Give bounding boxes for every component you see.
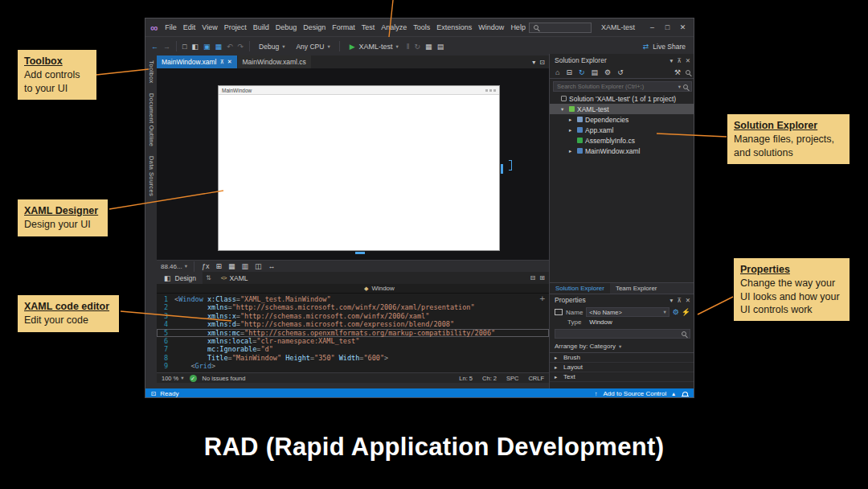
notifications-bell-icon[interactable]: [682, 392, 688, 397]
issues-label[interactable]: No issues found: [203, 375, 246, 382]
menu-item-edit[interactable]: Edit: [180, 22, 199, 33]
name-value-dropdown[interactable]: <No Name> ▾: [586, 307, 669, 317]
tree-item[interactable]: ▸App.xaml: [550, 125, 694, 135]
platform-dropdown[interactable]: Any CPU▾: [292, 42, 334, 51]
expander-icon[interactable]: ▸: [555, 374, 560, 380]
undo-icon[interactable]: ↶: [226, 43, 234, 51]
add-to-source-control-button[interactable]: Add to Source Control: [604, 390, 667, 397]
menu-item-file[interactable]: File: [162, 22, 180, 33]
solution-search-input[interactable]: [557, 83, 676, 90]
menu-item-analyze[interactable]: Analyze: [378, 22, 410, 33]
save-icon[interactable]: ▣: [203, 43, 211, 51]
close-button[interactable]: ✕: [675, 23, 690, 31]
status-item[interactable]: Ch: 2: [482, 375, 497, 382]
menu-item-debug[interactable]: Debug: [272, 22, 301, 33]
panel-tab-team-explorer[interactable]: Team Explorer: [610, 283, 663, 294]
tree-item[interactable]: ▾XAML-test: [550, 104, 694, 114]
side-tab-document-outline[interactable]: Document Outline: [148, 93, 155, 146]
sync-active-doc-icon[interactable]: ↻: [578, 68, 586, 76]
menu-item-help[interactable]: Help: [507, 22, 529, 33]
expander-icon[interactable]: ▸: [569, 148, 575, 154]
window-list-icon[interactable]: ⊡: [539, 59, 545, 66]
expander-icon[interactable]: ▸: [555, 355, 560, 361]
pause-icon[interactable]: ‖: [406, 43, 411, 51]
code-line-6[interactable]: 6 xmlns:local="clr-namespace:XAML_test": [157, 337, 549, 345]
panel-tab-solution-explorer[interactable]: Solution Explorer: [550, 283, 610, 294]
effects-toggle-icon[interactable]: ƒx: [201, 262, 211, 270]
split-horizontal-icon[interactable]: ⊟: [530, 274, 536, 281]
menu-item-view[interactable]: View: [199, 22, 220, 33]
split-vertical-icon[interactable]: ⊞: [539, 274, 545, 281]
menu-item-build[interactable]: Build: [250, 22, 272, 33]
solution-config-dropdown[interactable]: Debug▾: [255, 42, 289, 51]
expander-icon[interactable]: ▸: [569, 127, 575, 134]
redo-icon[interactable]: ↷: [237, 43, 245, 51]
code-line-3[interactable]: 3 xmlns:x="http://schemas.microsoft.com/…: [157, 312, 549, 320]
status-item[interactable]: Ln: 5: [459, 375, 473, 382]
zoom-fit-icon[interactable]: ⊞: [215, 262, 223, 270]
property-category-text[interactable]: ▸Text: [550, 372, 694, 382]
editor-zoom-dropdown[interactable]: 100 %▾: [162, 375, 184, 382]
properties-tool-icon[interactable]: ⚙: [604, 68, 612, 76]
resize-handle-right[interactable]: [501, 164, 503, 174]
tree-item[interactable]: ▸Dependencies: [550, 114, 694, 125]
menu-item-tools[interactable]: Tools: [410, 22, 433, 33]
xaml-view-tab[interactable]: <> XAML: [215, 272, 255, 284]
design-view-tab[interactable]: ◧ Design: [157, 272, 203, 284]
maximize-button[interactable]: □: [660, 23, 675, 31]
side-tab-toolbox[interactable]: Toolbox: [148, 60, 155, 84]
properties-mode-icon[interactable]: ⚙: [673, 308, 679, 316]
pin-icon[interactable]: ⊼: [677, 297, 682, 304]
collapse-icon[interactable]: ▴: [672, 390, 675, 397]
chevron-down-icon[interactable]: ▾: [669, 57, 673, 64]
search-toggle-icon[interactable]: [686, 70, 690, 75]
resize-handle-bottom[interactable]: [355, 252, 365, 254]
close-tab-icon[interactable]: ✕: [227, 59, 232, 65]
save-all-icon[interactable]: ▦: [214, 43, 223, 51]
start-debug-button[interactable]: ▶ XAML-test ▾: [345, 42, 403, 51]
doc-tab-mainwindow.xaml.cs[interactable]: MainWindow.xaml.cs: [238, 55, 311, 68]
code-line-2[interactable]: 2 xmlns="http://schemas.microsoft.com/wi…: [157, 303, 549, 311]
design-artboard[interactable]: MainWindow: [218, 85, 500, 251]
status-item[interactable]: SPC: [506, 375, 518, 382]
code-line-8[interactable]: 8 Title="MainWindow" Height="350" Width=…: [157, 354, 549, 362]
title-search-box[interactable]: [529, 23, 592, 33]
new-file-icon[interactable]: □: [182, 43, 187, 51]
tree-item[interactable]: Solution 'XAML-test' (1 of 1 project): [550, 93, 694, 104]
collapse-all-icon[interactable]: ⊟: [565, 68, 573, 76]
show-all-files-icon[interactable]: ▤: [591, 68, 600, 76]
restart-icon[interactable]: ↻: [414, 43, 422, 51]
arrange-by-dropdown[interactable]: Arrange by: Category ▾: [550, 340, 694, 353]
misc-toolbar-icon[interactable]: ▤: [436, 43, 445, 51]
xaml-code-editor[interactable]: 1<Window x:Class="XAML_test.MainWindow"2…: [157, 294, 549, 372]
expander-icon[interactable]: ▸: [555, 364, 560, 371]
doc-tab-mainwindow.xaml[interactable]: MainWindow.xaml⊼✕: [157, 55, 237, 68]
menu-item-test[interactable]: Test: [358, 22, 379, 33]
zoom-dropdown[interactable]: 88.46...▾: [161, 263, 187, 270]
refresh-icon[interactable]: ↺: [616, 68, 624, 76]
code-line-4[interactable]: 4 xmlns:d="http://schemas.microsoft.com/…: [157, 320, 549, 328]
code-line-7[interactable]: 7 mc:Ignorable="d": [157, 345, 549, 353]
code-line-5[interactable]: 5 xmlns:mc="http://schemas.openxmlformat…: [157, 329, 549, 337]
menu-item-extensions[interactable]: Extensions: [433, 22, 475, 33]
tree-item[interactable]: AssemblyInfo.cs: [550, 135, 694, 146]
tree-item[interactable]: ▸MainWindow.xaml: [550, 146, 694, 156]
open-file-icon[interactable]: ◧: [190, 43, 199, 51]
chevron-down-icon[interactable]: ▾: [669, 297, 673, 304]
close-panel-icon[interactable]: ✕: [686, 297, 690, 304]
home-icon[interactable]: ⌂: [555, 68, 560, 76]
wrench-icon[interactable]: ⚒: [674, 68, 682, 76]
close-panel-icon[interactable]: ✕: [686, 57, 690, 64]
snap-grid-icon[interactable]: ▥: [241, 262, 250, 270]
swap-panes-icon[interactable]: ⇅: [203, 274, 215, 281]
misc-toolbar-icon[interactable]: ▦: [424, 43, 433, 51]
xaml-designer-surface[interactable]: MainWindow: [157, 68, 549, 260]
menu-item-window[interactable]: Window: [475, 22, 507, 33]
pin-icon[interactable]: ⊼: [220, 59, 224, 65]
navigate-forward-icon[interactable]: →: [162, 43, 171, 51]
status-item[interactable]: CRLF: [528, 375, 544, 382]
chevron-down-icon[interactable]: ▾: [532, 59, 535, 66]
expander-icon[interactable]: ▸: [569, 117, 575, 123]
menu-item-design[interactable]: Design: [300, 22, 329, 33]
minimize-button[interactable]: –: [645, 23, 660, 31]
